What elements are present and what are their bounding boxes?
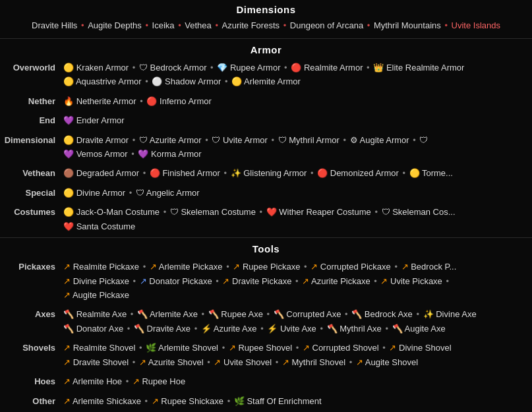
armor-special-label: Special [0,183,59,202]
item-elite-realmite-armor[interactable]: Elite Realmite Armor [386,63,464,73]
emoji: 🔴 [317,168,328,178]
item-uvite-shovel[interactable]: Uvite Shovel [223,357,272,367]
item-rupee-armor[interactable]: Rupee Armor [230,63,281,73]
item-skeleman-costume[interactable]: Skeleman Costume [181,207,255,217]
item-divine-armor[interactable]: Divine Armor [76,188,125,198]
item-augite-pickaxe[interactable]: Augite Pickaxe [73,290,129,300]
item-divine-axe[interactable]: Divine Axe [436,309,476,319]
item-rupee-shickaxe[interactable]: Rupee Shickaxe [161,396,223,406]
item-rupee-pickaxe[interactable]: Rupee Pickaxe [243,262,300,272]
tools-pickaxes-label: Pickaxes [0,257,59,305]
item-donator-axe[interactable]: Donator Axe [76,324,124,334]
item-augite-armor[interactable]: Augite Armor [360,135,409,145]
emoji: 🛡 [136,188,144,198]
item-tormented-armor[interactable]: Torme... [422,168,453,178]
emoji: ✨ [231,168,241,178]
item-mythril-shovel[interactable]: Mythril Shovel [291,357,345,367]
item-azurite-pickaxe[interactable]: Azurite Pickaxe [311,276,370,286]
item-divine-shovel[interactable]: Divine Shovel [399,343,452,353]
item-arlemite-shovel[interactable]: Arlemite Shovel [158,343,218,353]
item-azurite-shovel[interactable]: Azurite Shovel [148,357,204,367]
item-kraken-armor[interactable]: Kraken Armor [76,63,129,73]
dim-link-augite[interactable]: Augite Depths [88,20,142,30]
dim-link-dungeon[interactable]: Dungeon of Arcana [290,20,363,30]
item-corrupted-shovel[interactable]: Corrupted Shovel [312,343,379,353]
tools-pickaxes-row: Pickaxes ↗ Realmite Pickaxe • ↗ Arlemite… [0,257,532,305]
item-bedrock-armor[interactable]: Bedrock Armor [150,63,207,73]
emoji: 🟡 [63,188,74,198]
item-bedrock-axe[interactable]: Bedrock Axe [365,309,413,319]
item-vemos-armor[interactable]: Vemos Armor [76,149,128,159]
armor-vethean-content: 🟤 Degraded Armor • 🔴 Finished Armor • ✨ … [59,163,532,183]
armor-costumes-row: Costumes 🟡 Jack-O-Man Costume • 🛡 Skelem… [0,202,532,236]
item-augite-axe[interactable]: Augite Axe [405,324,446,334]
item-uvite-pickaxe[interactable]: Uvite Pickaxe [390,276,442,286]
item-inferno-armor[interactable]: Inferno Armor [160,96,212,106]
item-bedrock-pickaxe[interactable]: Bedrock P... [411,262,456,272]
item-realmite-shovel[interactable]: Realmite Shovel [73,343,136,353]
item-divine-pickaxe[interactable]: Divine Pickaxe [73,276,129,286]
dim-link-dravite[interactable]: Dravite Hills [32,20,77,30]
item-arlemite-hoe[interactable]: Arlemite Hoe [73,376,122,386]
item-arlemite-armor[interactable]: Arlemite Armor [244,76,301,86]
item-skeleman-costume-2[interactable]: Skeleman Cos... [392,207,455,217]
item-santa-costume[interactable]: Santa Costume [76,221,136,231]
item-dravite-axe[interactable]: Dravite Axe [147,324,191,334]
armor-end-row: End 💜 Ender Armor [0,111,532,130]
dim-link-uvite[interactable]: Uvite Islands [452,20,500,30]
item-corrupted-axe[interactable]: Corrupted Axe [286,309,341,319]
item-glistening-armor[interactable]: Glistening Armor [243,168,307,178]
divider-2 [0,237,532,238]
item-korma-armor[interactable]: Korma Armor [151,149,202,159]
item-uvite-axe[interactable]: Uvite Axe [280,324,316,334]
item-arlemite-pickaxe[interactable]: Arlemite Pickaxe [159,262,223,272]
item-uvite-armor[interactable]: Uvite Armor [223,135,268,145]
item-rupee-hoe[interactable]: Rupee Hoe [142,376,185,386]
item-realmite-armor[interactable]: Realmite Armor [304,63,363,73]
item-mythril-axe[interactable]: Mythril Axe [340,324,382,334]
item-dravite-pickaxe[interactable]: Dravite Pickaxe [232,276,291,286]
tools-hoes-label: Hoes [0,372,59,391]
item-mythril-armor[interactable]: Mythril Armor [289,135,340,145]
item-dravite-shovel[interactable]: Dravite Shovel [73,357,129,367]
item-realmite-pickaxe[interactable]: Realmite Pickaxe [73,262,139,272]
item-arlemite-shickaxe[interactable]: Arlemite Shickaxe [73,396,141,406]
item-rupee-axe[interactable]: Rupee Axe [221,309,263,319]
emoji: 💜 [138,149,148,159]
item-corrupted-pickaxe[interactable]: Corrupted Pickaxe [320,262,391,272]
item-rupee-shovel[interactable]: Rupee Shovel [238,343,292,353]
item-azurite-armor[interactable]: Azurite Armor [150,135,202,145]
emoji: ⚙ [350,135,358,145]
item-finished-armor[interactable]: Finished Armor [162,168,220,178]
item-angelic-armor[interactable]: Angelic Armor [146,188,200,198]
emoji: 🪓 [327,324,338,334]
emoji: ↗ [133,376,140,386]
item-realmite-axe[interactable]: Realmite Axe [76,309,127,319]
item-azurite-axe[interactable]: Azurite Axe [214,324,257,334]
item-jackoман-costume[interactable]: Jack-O-Man Costume [76,207,160,217]
tools-hoes-content: ↗ Arlemite Hoe • ↗ Rupee Hoe [59,372,532,391]
dim-link-vethea[interactable]: Vethea [185,20,212,30]
emoji: 👑 [373,63,384,73]
item-demonized-armor[interactable]: Demonized Armor [330,168,399,178]
item-wither-reaper-costume[interactable]: Wither Reaper Costume [279,207,370,217]
item-ender-armor[interactable]: Ender Armor [76,115,125,125]
emoji: ↗ [63,290,71,300]
emoji: 🪓 [208,309,219,319]
tools-other-row: Other ↗ Arlemite Shickaxe • ↗ Rupee Shic… [0,392,532,411]
dim-link-azurite[interactable]: Azurite Forests [222,20,280,30]
tools-shovels-content: ↗ Realmite Shovel • 🌿 Arlemite Shovel • … [59,338,532,372]
dim-link-iceika[interactable]: Iceika [152,20,175,30]
item-degraded-armor[interactable]: Degraded Armor [76,168,139,178]
dim-link-mythril[interactable]: Mythril Mountains [374,20,441,30]
item-augite-shovel[interactable]: Augite Shovel [365,357,418,367]
item-dravite-armor[interactable]: Dravite Armor [76,135,129,145]
item-shadow-armor[interactable]: Shadow Armor [165,76,221,86]
item-staff-of-enrichment[interactable]: Staff Of Enrichment [247,396,321,406]
armor-nether-row: Nether 🔥 Netherite Armor • 🔴 Inferno Arm… [0,92,532,111]
item-donator-pickaxe[interactable]: Donator Pickaxe [149,276,212,286]
item-aquastrive-armor[interactable]: Aquastrive Armor [76,76,142,86]
item-netherite-armor[interactable]: Netherite Armor [76,96,136,106]
item-arlemite-axe[interactable]: Arlemite Axe [150,309,198,319]
tools-hoes-row: Hoes ↗ Arlemite Hoe • ↗ Rupee Hoe [0,372,532,391]
